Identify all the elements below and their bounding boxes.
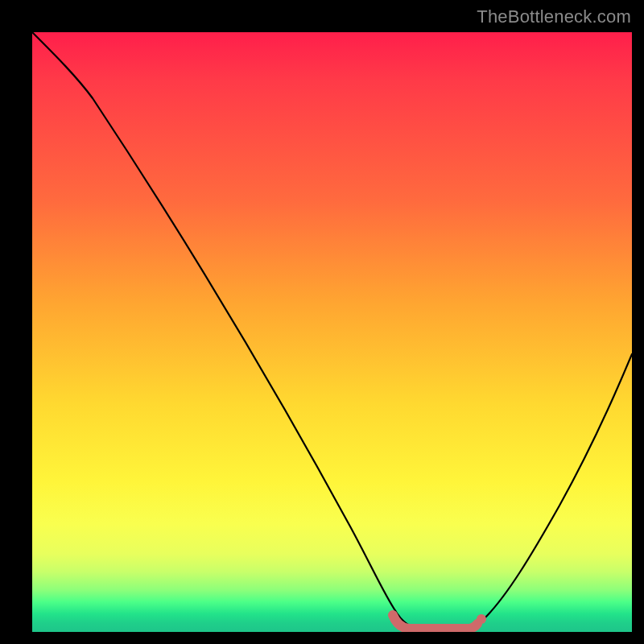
plot-area (32, 32, 632, 632)
bottleneck-curve (32, 32, 632, 630)
curve-layer (32, 32, 632, 632)
watermark-text: TheBottleneck.com (477, 6, 631, 27)
chart-frame: TheBottleneck.com (0, 0, 644, 644)
band-end-dot (477, 614, 486, 624)
